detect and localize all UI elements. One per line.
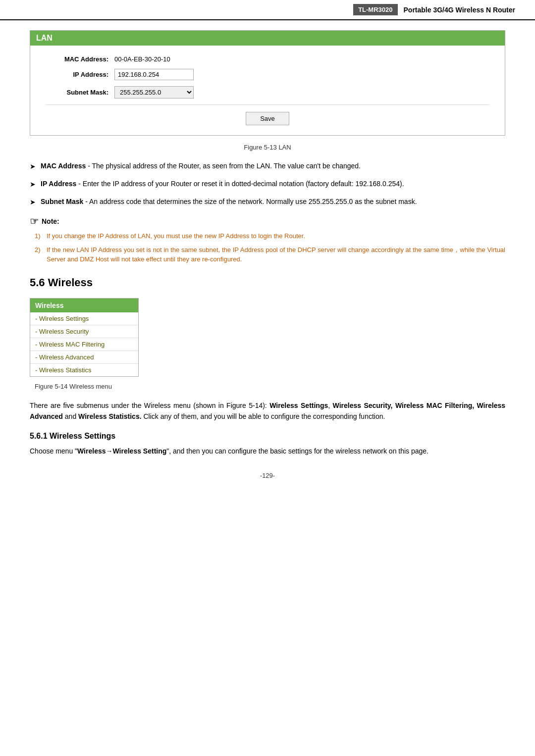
wireless-menu-title: Wireless	[30, 299, 138, 312]
bullet-arrow: ➤	[30, 161, 36, 172]
list-item: ➤ Subnet Mask - An address code that det…	[30, 197, 505, 207]
note-num-2: 2)	[35, 245, 47, 264]
lan-figure-caption: Figure 5-13 LAN	[30, 144, 505, 151]
ip-label: IP Address:	[45, 71, 114, 78]
wireless-menu-item-advanced[interactable]: - Wireless Advanced	[30, 351, 138, 364]
wireless-description: There are five submenus under the Wirele…	[30, 400, 505, 422]
wireless-menu-item-security[interactable]: - Wireless Security	[30, 325, 138, 338]
page-number: -129-	[30, 472, 505, 479]
ip-row: IP Address:	[45, 69, 490, 80]
note-num-1: 1)	[35, 231, 47, 241]
note-icon: ☞	[30, 215, 39, 227]
bullet-list: ➤ MAC Address - The physical address of …	[30, 161, 505, 207]
save-button[interactable]: Save	[246, 112, 289, 125]
header-right: TL-MR3020 Portable 3G/4G Wireless N Rout…	[353, 4, 515, 15]
wireless-settings-path: Wireless→Wireless Setting	[77, 447, 166, 455]
desc-bold-1: Wireless Settings	[269, 402, 328, 409]
desc-mid-2: and	[63, 412, 78, 420]
product-name: Portable 3G/4G Wireless N Router	[398, 6, 516, 14]
ip-input[interactable]	[114, 69, 194, 80]
wireless-menu-item-statistics[interactable]: - Wireless Statistics	[30, 364, 138, 376]
wireless-figure-caption: Figure 5-14 Wireless menu	[35, 383, 505, 390]
bullet-term-2: IP Address	[41, 180, 76, 188]
mac-row: MAC Address: 00-0A-EB-30-20-10	[45, 55, 490, 63]
note-items: 1) If you change the IP Address of LAN, …	[30, 231, 505, 264]
lan-title: LAN	[30, 31, 505, 46]
bullet-content-1: MAC Address - The physical address of th…	[41, 161, 505, 172]
wireless-heading: 5.6 Wireless	[30, 276, 505, 289]
wireless-menu-item-settings[interactable]: - Wireless Settings	[30, 312, 138, 325]
page-header: TL-MR3020 Portable 3G/4G Wireless N Rout…	[0, 0, 535, 20]
subnet-row: Subnet Mask: 255.255.255.0	[45, 86, 490, 99]
note-text-2: If the new LAN IP Address you set is not…	[47, 245, 505, 264]
bullet-content-2: IP Address - Enter the IP address of you…	[41, 179, 505, 190]
subnet-label: Subnet Mask:	[45, 89, 114, 96]
note-label: Note:	[42, 217, 59, 225]
wireless-menu-box: Wireless - Wireless Settings - Wireless …	[30, 298, 139, 377]
desc-bold-3: Wireless Statistics.	[78, 412, 142, 420]
main-content: LAN MAC Address: 00-0A-EB-30-20-10 IP Ad…	[0, 30, 535, 499]
model-badge: TL-MR3020	[353, 4, 397, 15]
bullet-content-3: Subnet Mask - An address code that deter…	[41, 197, 505, 207]
bullet-term-1: MAC Address	[41, 162, 86, 170]
desc-end: Click any of them, and you will be able …	[142, 412, 385, 420]
desc-text-1: There are five submenus under the Wirele…	[30, 402, 269, 409]
save-row: Save	[45, 104, 490, 125]
list-item: 2) If the new LAN IP Address you set is …	[35, 245, 505, 264]
subnet-select[interactable]: 255.255.255.0	[114, 86, 194, 99]
note-text-1: If you change the IP Address of LAN, you…	[47, 231, 305, 241]
mac-value: 00-0A-EB-30-20-10	[114, 55, 170, 63]
bullet-arrow: ➤	[30, 179, 36, 190]
bullet-term-3: Subnet Mask	[41, 198, 83, 205]
wireless-menu-item-mac-filtering[interactable]: - Wireless MAC Filtering	[30, 338, 138, 351]
desc-mid-1: ,	[328, 402, 332, 409]
note-header: ☞ Note:	[30, 215, 505, 227]
note-section: ☞ Note: 1) If you change the IP Address …	[30, 215, 505, 264]
lan-box: LAN MAC Address: 00-0A-EB-30-20-10 IP Ad…	[30, 30, 505, 136]
wireless-settings-subheading: 5.6.1 Wireless Settings	[30, 432, 505, 441]
list-item: ➤ IP Address - Enter the IP address of y…	[30, 179, 505, 190]
list-item: 1) If you change the IP Address of LAN, …	[35, 231, 505, 241]
bullet-arrow: ➤	[30, 197, 36, 207]
mac-label: MAC Address:	[45, 55, 114, 63]
lan-form: MAC Address: 00-0A-EB-30-20-10 IP Addres…	[30, 46, 505, 135]
wireless-settings-para: Choose menu "Wireless→Wireless Setting",…	[30, 446, 505, 456]
list-item: ➤ MAC Address - The physical address of …	[30, 161, 505, 172]
wireless-settings-text: Choose menu "Wireless→Wireless Setting",…	[30, 447, 428, 455]
